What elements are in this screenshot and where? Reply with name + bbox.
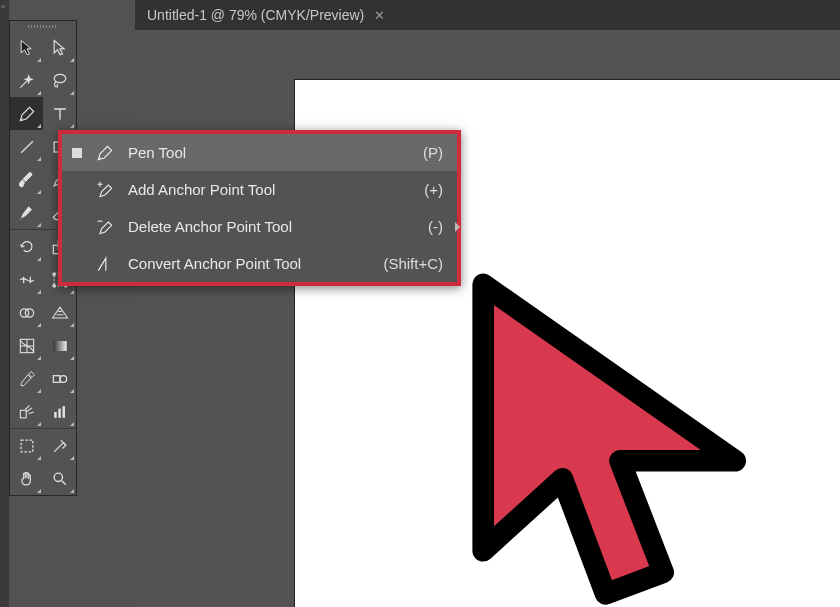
line-segment-tool[interactable]	[10, 130, 43, 163]
selection-tool[interactable]	[10, 31, 43, 64]
perspective-grid-tool[interactable]	[43, 296, 76, 329]
pen-minus-icon	[92, 217, 118, 237]
flyout-item-label: Add Anchor Point Tool	[128, 181, 424, 198]
flyout-item-convert-anchor[interactable]: Convert Anchor Point Tool (Shift+C)	[62, 245, 457, 282]
panel-grip[interactable]	[10, 21, 76, 31]
zoom-tool[interactable]	[43, 462, 76, 495]
blend-tool[interactable]	[43, 362, 76, 395]
svg-rect-19	[21, 440, 33, 452]
flyout-item-add-anchor[interactable]: Add Anchor Point Tool (+)	[62, 171, 457, 208]
flyout-item-pen-tool[interactable]: Pen Tool (P)	[62, 134, 457, 171]
svg-point-7	[52, 284, 55, 287]
svg-rect-16	[54, 412, 57, 418]
panel-collapse-handle[interactable]	[0, 0, 9, 607]
close-tab-icon[interactable]: ✕	[374, 8, 385, 23]
pen-tool-flyout: Pen Tool (P) Add Anchor Point Tool (+) D…	[58, 130, 461, 286]
pen-plus-icon	[92, 180, 118, 200]
flyout-item-shortcut: (Shift+C)	[383, 255, 443, 272]
svg-rect-12	[53, 341, 66, 351]
flyout-item-label: Delete Anchor Point Tool	[128, 218, 428, 235]
width-tool[interactable]	[10, 263, 43, 296]
column-graph-tool[interactable]	[43, 395, 76, 428]
gradient-tool[interactable]	[43, 329, 76, 362]
convert-point-icon	[92, 254, 118, 274]
eyedropper-tool[interactable]	[10, 362, 43, 395]
flyout-item-delete-anchor[interactable]: Delete Anchor Point Tool (-)	[62, 208, 457, 245]
submenu-arrow-icon	[455, 222, 460, 232]
svg-rect-15	[20, 410, 26, 418]
document-tab[interactable]: Untitled-1 @ 79% (CMYK/Preview) ✕	[135, 0, 397, 30]
pen-tool[interactable]	[10, 97, 43, 130]
mesh-tool[interactable]	[10, 329, 43, 362]
document-tab-bar: Untitled-1 @ 79% (CMYK/Preview) ✕	[135, 0, 840, 30]
svg-point-10	[25, 308, 33, 316]
svg-point-0	[54, 74, 66, 82]
flyout-item-shortcut: (P)	[423, 144, 443, 161]
svg-rect-13	[53, 375, 60, 382]
flyout-item-label: Convert Anchor Point Tool	[128, 255, 383, 272]
flyout-item-label: Pen Tool	[128, 144, 423, 161]
hand-tool[interactable]	[10, 462, 43, 495]
shape-builder-tool[interactable]	[10, 296, 43, 329]
flyout-item-shortcut: (-)	[428, 218, 443, 235]
slice-tool[interactable]	[43, 429, 76, 462]
pen-icon	[92, 143, 118, 163]
type-tool[interactable]	[43, 97, 76, 130]
direct-selection-tool[interactable]	[43, 31, 76, 64]
blob-brush-tool[interactable]	[10, 196, 43, 229]
magic-wand-tool[interactable]	[10, 64, 43, 97]
svg-rect-17	[58, 408, 61, 417]
svg-point-5	[52, 272, 55, 275]
canvas-area	[135, 30, 840, 607]
document-tab-title: Untitled-1 @ 79% (CMYK/Preview)	[147, 7, 364, 23]
artboard-tool[interactable]	[10, 429, 43, 462]
paintbrush-tool[interactable]	[10, 163, 43, 196]
rotate-tool[interactable]	[10, 230, 43, 263]
flyout-item-shortcut: (+)	[424, 181, 443, 198]
svg-point-20	[54, 473, 62, 481]
svg-point-14	[60, 375, 67, 382]
lasso-tool[interactable]	[43, 64, 76, 97]
selected-indicator	[72, 148, 82, 158]
svg-rect-18	[62, 406, 65, 418]
symbol-sprayer-tool[interactable]	[10, 395, 43, 428]
